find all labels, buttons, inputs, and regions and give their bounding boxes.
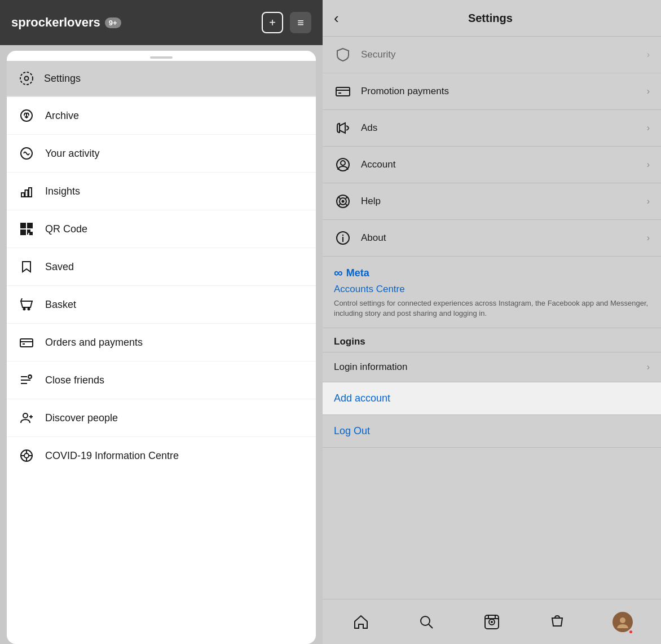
menu-item-basket[interactable]: Basket: [7, 286, 316, 324]
account-icon: [334, 156, 352, 174]
nav-shop[interactable]: [543, 614, 571, 630]
back-button[interactable]: ‹: [334, 10, 339, 27]
account-chevron: ›: [647, 160, 650, 170]
accounts-centre-link[interactable]: Accounts Centre: [334, 284, 650, 295]
menu-item-archive[interactable]: Archive: [7, 97, 316, 135]
svg-line-44: [346, 197, 347, 199]
right-title: Settings: [348, 12, 633, 25]
menu-item-saved[interactable]: Saved: [7, 248, 316, 286]
logins-header: Logins: [323, 328, 661, 352]
ads-label: Ads: [361, 122, 638, 134]
right-header: ‹ Settings: [323, 0, 661, 37]
settings-item-about[interactable]: About ›: [323, 220, 661, 257]
covid-label: COVID-19 Information Centre: [45, 450, 179, 462]
svg-rect-4: [21, 193, 24, 197]
menu-item-your-activity[interactable]: Your activity: [7, 135, 316, 173]
menu-icon: ≡: [297, 16, 304, 29]
menu-item-discover[interactable]: Discover people: [7, 399, 316, 437]
security-label: Security: [361, 49, 638, 60]
svg-point-40: [341, 161, 345, 165]
logins-section: Logins Login information ›: [323, 328, 661, 382]
notification-badge: 9+: [105, 17, 121, 28]
basket-icon: [18, 296, 35, 313]
svg-rect-6: [29, 188, 32, 197]
security-chevron: ›: [647, 50, 650, 60]
orders-label: Orders and payments: [45, 337, 143, 349]
settings-item-ads[interactable]: Ads ›: [323, 110, 661, 147]
nav-search[interactable]: [412, 614, 440, 630]
add-account-item[interactable]: Add account: [323, 382, 661, 415]
settings-item-security[interactable]: Security ›: [323, 37, 661, 73]
add-button[interactable]: +: [262, 12, 283, 33]
nav-profile[interactable]: [609, 612, 637, 632]
nav-reels[interactable]: [478, 614, 506, 630]
hamburger-button[interactable]: ≡: [290, 12, 311, 33]
svg-point-0: [25, 77, 29, 81]
discover-label: Discover people: [45, 412, 118, 424]
your-activity-label: Your activity: [45, 148, 99, 160]
header-icons: + ≡: [262, 12, 311, 33]
left-panel: sprockerlovers 9+ + ≡ Settings: [0, 0, 323, 644]
svg-rect-14: [30, 232, 32, 235]
log-out-item[interactable]: Log Out: [323, 415, 661, 448]
menu-item-insights[interactable]: Insights: [7, 173, 316, 210]
account-label: Account: [361, 159, 638, 170]
svg-rect-10: [29, 224, 31, 227]
username-area: sprockerlovers 9+: [11, 15, 121, 30]
menu-item-close-friends[interactable]: Close friends: [7, 361, 316, 399]
login-info-label: Login information: [334, 361, 647, 373]
insights-icon: [18, 183, 35, 200]
svg-point-55: [491, 621, 493, 623]
menu-item-covid[interactable]: COVID-19 Information Centre: [7, 437, 316, 474]
insights-label: Insights: [45, 186, 80, 197]
svg-point-1: [20, 72, 33, 85]
covid-icon: [18, 447, 35, 464]
menu-item-settings[interactable]: Settings: [7, 61, 316, 97]
menu-item-orders[interactable]: Orders and payments: [7, 324, 316, 361]
svg-line-46: [338, 204, 340, 206]
svg-point-51: [421, 616, 430, 625]
security-icon: [334, 46, 352, 64]
qr-code-label: QR Code: [45, 223, 87, 235]
drag-handle: [150, 56, 173, 59]
settings-item-account[interactable]: Account ›: [323, 147, 661, 183]
saved-icon: [18, 258, 35, 275]
help-label: Help: [361, 196, 638, 207]
svg-rect-8: [22, 224, 24, 227]
settings-item-help[interactable]: Help ›: [323, 183, 661, 220]
meta-logo: ∞ Meta: [334, 266, 650, 280]
activity-icon: [18, 145, 35, 162]
svg-line-47: [346, 204, 347, 206]
about-chevron: ›: [647, 233, 650, 243]
meta-text: Meta: [346, 267, 369, 279]
svg-point-31: [24, 453, 29, 458]
username: sprockerlovers: [11, 15, 100, 30]
ads-chevron: ›: [647, 123, 650, 133]
nav-home[interactable]: [347, 614, 375, 630]
left-menu-container: Settings Archive Your activity: [7, 51, 316, 644]
basket-label: Basket: [45, 299, 76, 311]
svg-rect-12: [22, 231, 24, 233]
help-icon: [334, 192, 352, 210]
promotion-chevron: ›: [647, 86, 650, 96]
settings-label: Settings: [44, 73, 81, 85]
help-chevron: ›: [647, 196, 650, 206]
meta-description: Control settings for connected experienc…: [334, 298, 650, 319]
login-info-item[interactable]: Login information ›: [323, 352, 661, 382]
svg-point-59: [620, 617, 625, 623]
plus-icon: +: [269, 16, 276, 29]
svg-point-43: [342, 200, 345, 203]
svg-rect-20: [20, 339, 33, 347]
about-icon: [334, 229, 352, 247]
login-info-chevron: ›: [647, 362, 650, 372]
menu-item-qr-code[interactable]: QR Code: [7, 210, 316, 248]
right-panel: ‹ Settings Security › Promotion paym: [323, 0, 661, 644]
profile-dot: [629, 630, 632, 633]
right-content: Security › Promotion payments ›: [323, 37, 661, 599]
svg-point-18: [24, 308, 25, 310]
discover-icon: [18, 409, 35, 426]
settings-item-promotion-payments[interactable]: Promotion payments ›: [323, 73, 661, 110]
bottom-nav: [323, 599, 661, 644]
meta-infinity-icon: ∞: [334, 266, 343, 280]
about-label: About: [361, 232, 638, 244]
